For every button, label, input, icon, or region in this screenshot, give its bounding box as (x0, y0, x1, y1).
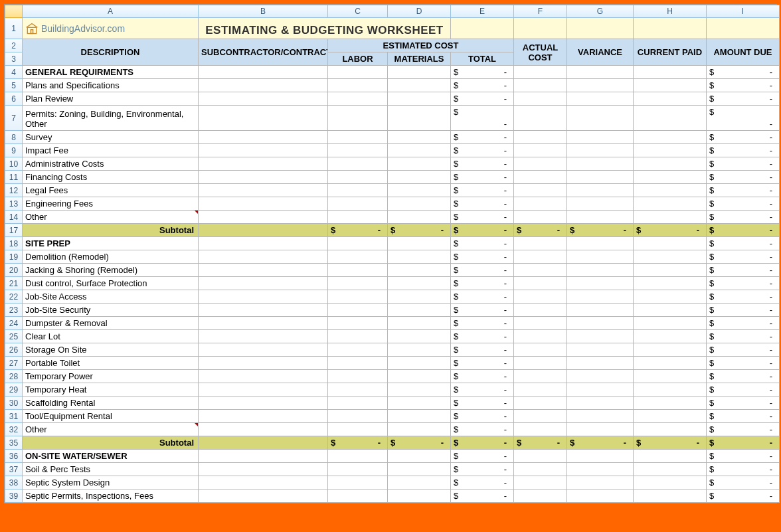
cell[interactable] (328, 66, 388, 79)
cell[interactable]: $- (451, 476, 514, 489)
row-num[interactable]: 7 (5, 106, 23, 131)
cell[interactable]: $- (451, 410, 514, 423)
cell[interactable] (567, 476, 634, 489)
cell[interactable] (388, 383, 451, 397)
cell[interactable]: $- (567, 436, 634, 450)
cell[interactable] (567, 264, 634, 277)
cell[interactable]: $- (567, 224, 634, 237)
cell[interactable] (634, 264, 707, 277)
cell[interactable] (328, 264, 388, 277)
row-num[interactable]: 8 (5, 131, 23, 144)
row-num[interactable]: 27 (5, 357, 23, 370)
cell[interactable]: $- (707, 106, 780, 131)
row-num[interactable]: 29 (5, 383, 23, 397)
cell[interactable] (328, 197, 388, 211)
cell[interactable] (328, 383, 388, 397)
cell[interactable]: $- (451, 290, 514, 304)
cell[interactable] (567, 277, 634, 290)
cell[interactable] (514, 264, 567, 277)
cell[interactable] (514, 79, 567, 92)
cell[interactable] (634, 370, 707, 383)
cell[interactable] (567, 317, 634, 330)
cell[interactable] (328, 171, 388, 184)
cell[interactable]: $- (451, 144, 514, 157)
subtotal-label[interactable]: Subtotal (23, 224, 199, 237)
cell[interactable]: $- (451, 277, 514, 290)
cell[interactable]: $- (451, 383, 514, 397)
cell[interactable] (388, 277, 451, 290)
cell[interactable] (388, 171, 451, 184)
cell[interactable] (567, 397, 634, 410)
cell[interactable] (634, 489, 707, 503)
cell[interactable]: $- (707, 489, 780, 503)
cell[interactable]: $- (328, 436, 388, 450)
cell[interactable]: $- (451, 436, 514, 450)
cell[interactable] (328, 184, 388, 197)
cell[interactable] (514, 237, 567, 250)
cell[interactable] (514, 463, 567, 476)
cell[interactable]: $- (707, 383, 780, 397)
cell[interactable] (199, 237, 328, 250)
cell[interactable] (199, 343, 328, 357)
cell[interactable] (514, 66, 567, 79)
cell[interactable] (328, 476, 388, 489)
cell[interactable] (514, 383, 567, 397)
cell[interactable]: $- (707, 131, 780, 144)
cell[interactable] (199, 330, 328, 343)
cell[interactable] (328, 157, 388, 171)
cell[interactable] (567, 211, 634, 224)
cell[interactable] (388, 197, 451, 211)
row-num[interactable]: 17 (5, 224, 23, 237)
cell[interactable] (634, 290, 707, 304)
cell[interactable] (514, 184, 567, 197)
cell[interactable]: $- (451, 211, 514, 224)
description-cell[interactable]: Legal Fees (23, 184, 199, 197)
cell[interactable]: $- (451, 131, 514, 144)
cell[interactable] (634, 304, 707, 317)
cell[interactable] (328, 79, 388, 92)
cell[interactable]: $- (451, 106, 514, 131)
cell[interactable]: $- (514, 436, 567, 450)
cell[interactable] (567, 157, 634, 171)
cell[interactable] (567, 79, 634, 92)
cell[interactable] (514, 131, 567, 144)
cell[interactable] (199, 224, 328, 237)
row-num[interactable]: 38 (5, 476, 23, 489)
cell[interactable] (328, 410, 388, 423)
cell[interactable] (388, 343, 451, 357)
cell[interactable] (514, 92, 567, 106)
cell[interactable] (199, 410, 328, 423)
cell[interactable]: $- (707, 237, 780, 250)
cell[interactable] (514, 144, 567, 157)
cell[interactable] (388, 423, 451, 436)
row-num[interactable]: 23 (5, 304, 23, 317)
cell[interactable] (634, 343, 707, 357)
cell[interactable] (199, 92, 328, 106)
cell[interactable] (567, 92, 634, 106)
cell[interactable]: $- (707, 370, 780, 383)
cell[interactable] (514, 450, 567, 463)
row-num[interactable]: 39 (5, 489, 23, 503)
cell[interactable] (567, 343, 634, 357)
cell[interactable]: $- (451, 250, 514, 264)
col-F[interactable]: F (514, 5, 567, 18)
cell[interactable] (567, 106, 634, 131)
cell[interactable]: $- (707, 184, 780, 197)
cell[interactable] (328, 489, 388, 503)
cell[interactable]: $- (707, 476, 780, 489)
cell[interactable] (388, 211, 451, 224)
cell[interactable] (388, 489, 451, 503)
cell[interactable] (514, 106, 567, 131)
cell[interactable]: $- (451, 489, 514, 503)
cell[interactable] (634, 157, 707, 171)
cell[interactable] (634, 410, 707, 423)
cell[interactable] (199, 264, 328, 277)
cell[interactable] (328, 463, 388, 476)
col-G[interactable]: G (567, 5, 634, 18)
cell[interactable]: $- (707, 450, 780, 463)
cell[interactable] (388, 79, 451, 92)
cell[interactable] (634, 357, 707, 370)
cell[interactable] (199, 476, 328, 489)
cell[interactable]: $- (707, 436, 780, 450)
description-cell[interactable]: Dust control, Surface Protection (23, 277, 199, 290)
